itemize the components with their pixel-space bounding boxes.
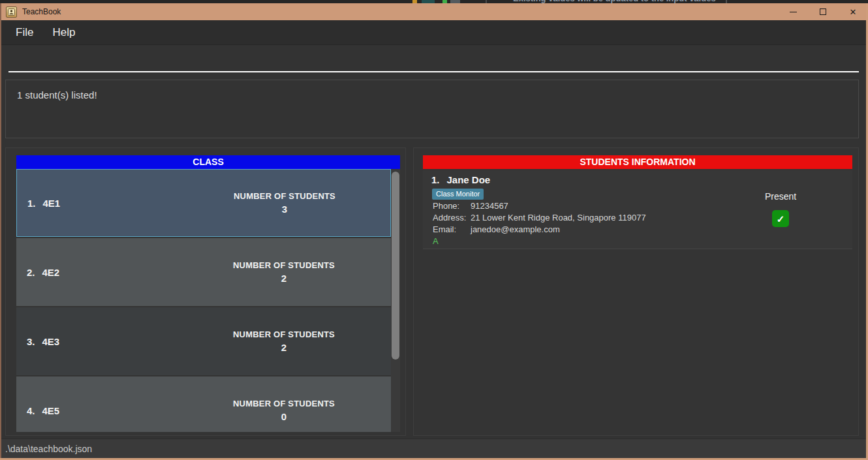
class-card-4e2[interactable]: 2.4E2 NUMBER OF STUDENTS 2 [16,238,391,306]
phone-row: Phone:91234567 [433,201,508,211]
email-value: janedoe@example.com [471,224,560,234]
phone-value: 91234567 [471,201,508,211]
class-index: 3. [27,336,35,347]
class-card-4e1[interactable]: 1.4E1 NUMBER OF STUDENTS 3 [16,169,391,237]
students-count-value: 0 [228,411,339,422]
students-panel: STUDENTS INFORMATION 1.Jane Doe Class Mo… [413,147,859,436]
file-path: .\data\teachbook.json [5,444,92,454]
status-bar: .\data\teachbook.json [0,438,868,459]
class-cells: 1.4E1 NUMBER OF STUDENTS 3 2.4E2 NUMBER … [16,169,391,432]
command-box-container [0,45,868,80]
close-icon: ✕ [850,8,857,16]
result-text: 1 student(s) listed! [17,89,97,100]
checkmark-icon: ✓ [777,214,785,224]
scrollbar-thumb[interactable] [392,172,399,360]
email-label: Email: [433,224,471,234]
class-index: 4. [27,405,35,416]
menu-file[interactable]: File [12,23,37,42]
attendance-section: Present ✓ [745,191,816,227]
class-name: 4.4E5 [27,405,59,416]
minimize-button[interactable] [778,3,808,20]
class-index: 2. [27,267,35,278]
class-list: 1.4E1 NUMBER OF STUDENTS 3 2.4E2 NUMBER … [16,169,400,432]
class-list-scrollbar[interactable] [391,169,400,432]
students-count-value: 2 [228,342,339,353]
student-card[interactable]: 1.Jane Doe Class Monitor Phone:91234567 … [423,170,852,249]
class-card-4e5[interactable]: 4.4E5 NUMBER OF STUDENTS 0 [16,376,391,432]
email-row: Email:janedoe@example.com [433,224,560,234]
class-name: 3.4E3 [27,336,59,347]
class-index: 1. [27,198,36,209]
class-panel-header: CLASS [16,155,400,169]
class-card-4e3[interactable]: 3.4E3 NUMBER OF STUDENTS 2 [16,307,391,375]
command-input[interactable] [8,49,859,72]
students-count-value: 3 [229,204,340,215]
minimize-icon [790,12,797,12]
title-bar[interactable]: TeachBook ✕ [0,3,868,20]
address-row: Address:21 Lower Kent Ridge Road, Singap… [433,213,646,222]
class-list-panel: CLASS 1.4E1 NUMBER OF STUDENTS 3 2.4E2 [5,147,406,436]
phone-label: Phone: [433,201,471,211]
students-count-label: NUMBER OF STUDENTS [229,191,340,201]
teachbook-window: Existing values will be updated to the i… [0,0,868,460]
close-button[interactable]: ✕ [838,3,868,20]
grade-value: A [433,236,439,246]
attendance-label: Present [745,191,816,202]
window-border-left [0,3,1,460]
class-stats: NUMBER OF STUDENTS 0 [228,399,339,422]
result-display[interactable]: 1 student(s) listed! [5,80,859,138]
window-title: TeachBook [22,7,61,16]
window-controls: ✕ [778,3,868,20]
class-name: 1.4E1 [27,198,60,209]
attendance-checkbox[interactable]: ✓ [772,210,789,227]
students-count-label: NUMBER OF STUDENTS [228,330,339,339]
class-name: 2.4E2 [27,267,59,278]
maximize-icon [820,8,826,15]
menu-help[interactable]: Help [48,23,79,42]
tag-class-monitor: Class Monitor [432,189,484,200]
class-stats: NUMBER OF STUDENTS 3 [229,191,340,215]
address-value: 21 Lower Kent Ridge Road, Singapore 1190… [471,213,646,222]
address-book-icon [6,7,17,18]
menu-bar: File Help [0,20,868,45]
student-name: 1.Jane Doe [431,174,490,185]
student-index: 1. [431,174,440,185]
students-count-label: NUMBER OF STUDENTS [228,260,339,270]
address-label: Address: [433,213,471,222]
class-stats: NUMBER OF STUDENTS 2 [228,330,339,353]
class-stats: NUMBER OF STUDENTS 2 [228,260,339,284]
students-panel-header: STUDENTS INFORMATION [423,155,852,169]
maximize-button[interactable] [808,3,838,20]
students-count-label: NUMBER OF STUDENTS [228,399,339,408]
students-count-value: 2 [228,273,339,284]
